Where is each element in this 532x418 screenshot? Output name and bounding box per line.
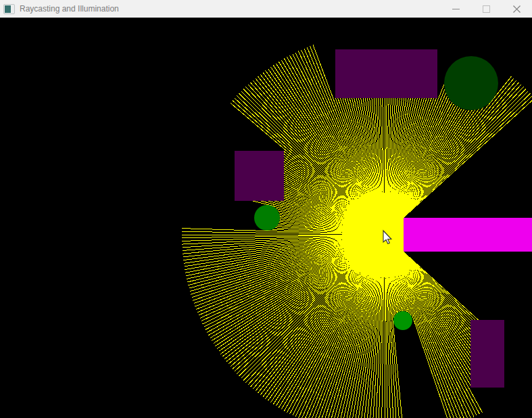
- maximize-button[interactable]: [471, 0, 502, 18]
- maximize-icon: [483, 5, 490, 13]
- light-ray: [385, 102, 452, 235]
- obstacle-rect: [404, 218, 532, 252]
- light-ray: [385, 110, 466, 235]
- raycasting-canvas[interactable]: [0, 18, 532, 418]
- light-ray: [260, 235, 385, 395]
- obstacle-rect: [335, 49, 437, 98]
- obstacle-rect: [235, 151, 284, 201]
- close-button[interactable]: [502, 0, 532, 18]
- light-ray: [385, 235, 470, 365]
- titlebar[interactable]: Raycasting and Illumination: [0, 0, 532, 18]
- close-icon: [513, 5, 521, 13]
- app-window-icon-fill: [5, 5, 11, 13]
- light-ray: [385, 83, 518, 235]
- light-ray: [385, 85, 444, 235]
- obstacle-circle: [393, 311, 412, 330]
- obstacle-circle: [254, 205, 280, 231]
- obstacle-circle: [444, 56, 498, 110]
- light-ray: [385, 108, 483, 235]
- app-window-icon[interactable]: [3, 4, 15, 14]
- light-ray: [224, 235, 385, 359]
- window-title: Raycasting and Illumination: [20, 4, 119, 14]
- scene: [0, 18, 532, 418]
- app-window: Raycasting and Illumination: [0, 0, 532, 418]
- light-ray: [385, 78, 514, 235]
- minimize-icon: [452, 9, 460, 9]
- obstacle-rect: [470, 320, 504, 388]
- light-ray: [385, 96, 532, 235]
- minimize-button[interactable]: [441, 0, 471, 18]
- window-controls: [441, 0, 532, 18]
